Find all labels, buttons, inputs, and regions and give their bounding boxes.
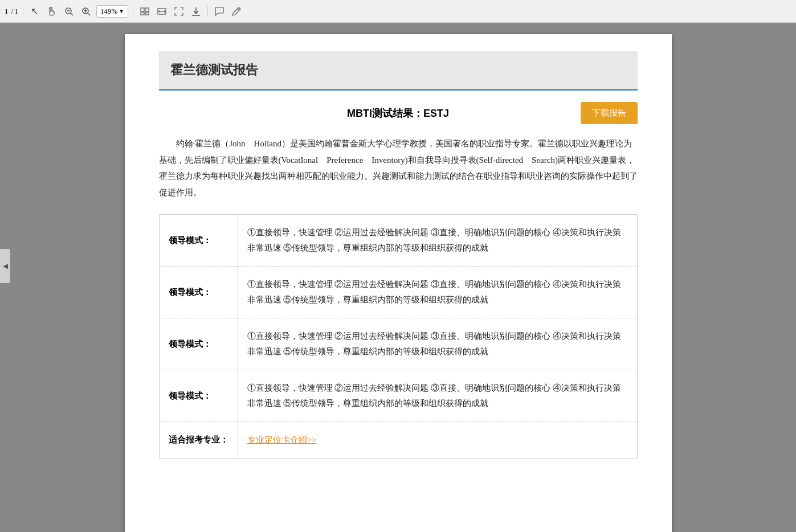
fit-width-icon[interactable]	[155, 5, 169, 18]
table-cell-content: ①直接领导，快速管理 ②运用过去经验解决问题 ③直接、明确地识别问题的核心 ④决…	[238, 318, 637, 370]
download-report-button[interactable]: 下载报告	[581, 102, 638, 124]
sidebar-toggle[interactable]: ◀	[0, 249, 10, 283]
table-row: 领导模式：①直接领导，快速管理 ②运用过去经验解决问题 ③直接、明确地识别问题的…	[159, 370, 637, 422]
comment-icon[interactable]	[213, 5, 226, 18]
report-header: 霍兰德测试报告	[159, 51, 638, 91]
svg-rect-10	[145, 13, 149, 15]
zoom-out-icon[interactable]	[62, 5, 76, 18]
divider-1	[23, 6, 23, 17]
document-page: 霍兰德测试报告 MBTI测试结果：ESTJ 下载报告 约翰·霍兰德（John H…	[125, 34, 672, 532]
sidebar-toggle-icon: ◀	[3, 262, 8, 271]
divider-2	[133, 6, 133, 17]
svg-line-17	[238, 9, 239, 10]
table-row: 适合报考专业：专业定位卡介绍>>	[159, 422, 637, 459]
table-row: 领导模式：①直接领导，快速管理 ②运用过去经验解决问题 ③直接、明确地识别问题的…	[159, 318, 637, 370]
download-icon[interactable]	[189, 5, 203, 18]
hand-tool-icon[interactable]	[45, 5, 59, 18]
svg-line-2	[71, 13, 73, 15]
table-cell-content: ①直接领导，快速管理 ②运用过去经验解决问题 ③直接、明确地识别问题的核心 ④决…	[238, 267, 637, 318]
page-current: 1	[5, 7, 9, 16]
mbti-result-row: MBTI测试结果：ESTJ 下载报告	[159, 102, 638, 124]
page-info: 1 / 1	[5, 7, 18, 16]
description-paragraph: 约翰·霍兰德（John Holland）是美国约翰霍普金斯大学心理学教授，美国著…	[159, 136, 638, 200]
table-cell-content: ①直接领导，快速管理 ②运用过去经验解决问题 ③直接、明确地识别问题的核心 ④决…	[238, 215, 637, 267]
table-cell-content: 专业定位卡介绍>>	[238, 422, 637, 459]
zoom-selector[interactable]: 149% ▼	[96, 5, 128, 18]
major-link[interactable]: 专业定位卡介绍>>	[247, 435, 317, 444]
fit-page-icon[interactable]	[138, 5, 152, 18]
svg-line-6	[88, 13, 90, 15]
table-cell-label: 领导模式：	[159, 370, 238, 422]
table-cell-content: ①直接领导，快速管理 ②运用过去经验解决问题 ③直接、明确地识别问题的核心 ④决…	[238, 370, 637, 422]
info-table: 领导模式：①直接领导，快速管理 ②运用过去经验解决问题 ③直接、明确地识别问题的…	[159, 214, 638, 459]
toolbar: 1 / 1 ↖ 149% ▼	[0, 0, 796, 23]
zoom-dropdown-icon: ▼	[119, 8, 124, 14]
fullscreen-icon[interactable]	[172, 5, 186, 18]
table-row: 领导模式：①直接领导，快速管理 ②运用过去经验解决问题 ③直接、明确地识别问题的…	[159, 215, 637, 267]
report-title: 霍兰德测试报告	[170, 63, 258, 77]
svg-rect-9	[141, 13, 144, 15]
main-area: 霍兰德测试报告 MBTI测试结果：ESTJ 下载报告 约翰·霍兰德（John H…	[0, 23, 796, 532]
mbti-label: MBTI测试结果：	[347, 108, 423, 119]
svg-rect-8	[145, 8, 149, 11]
zoom-value: 149%	[100, 7, 117, 16]
divider-3	[207, 6, 208, 17]
table-cell-label: 领导模式：	[159, 318, 238, 370]
table-cell-label: 适合报考专业：	[159, 422, 238, 459]
table-row: 领导模式：①直接领导，快速管理 ②运用过去经验解决问题 ③直接、明确地识别问题的…	[159, 267, 637, 318]
cursor-tool-icon[interactable]: ↖	[28, 5, 42, 18]
report-content: MBTI测试结果：ESTJ 下载报告 约翰·霍兰德（John Holland）是…	[159, 91, 638, 470]
svg-rect-7	[141, 8, 144, 11]
table-cell-label: 领导模式：	[159, 267, 238, 318]
mbti-result-text: MBTI测试结果：ESTJ	[319, 107, 478, 120]
pen-icon[interactable]	[230, 5, 243, 18]
page-total: 1	[14, 7, 18, 16]
table-cell-label: 领导模式：	[159, 215, 238, 267]
zoom-in-icon[interactable]	[79, 5, 93, 18]
mbti-value: ESTJ	[423, 108, 449, 119]
page-separator: /	[10, 7, 14, 16]
